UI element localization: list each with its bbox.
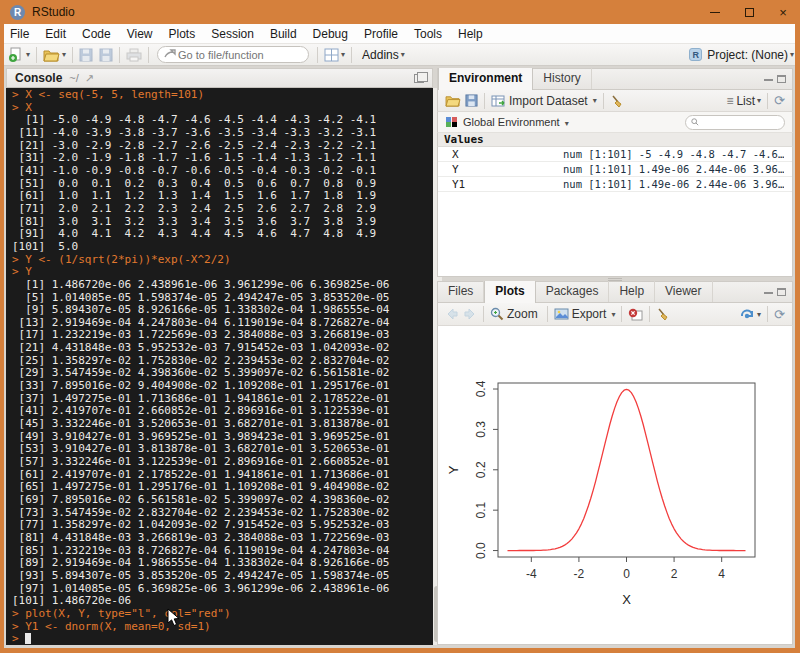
tab-plots[interactable]: Plots: [484, 281, 535, 303]
print-icon: [126, 48, 142, 62]
svg-text:-4: -4: [526, 567, 537, 581]
maximize-pane-icon[interactable]: [777, 75, 786, 83]
save-icon: [465, 94, 478, 107]
menu-item-debug[interactable]: Debug: [305, 25, 356, 43]
goto-file-input[interactable]: [176, 48, 294, 62]
new-file-button[interactable]: ▾: [8, 47, 30, 63]
save-all-button[interactable]: [97, 48, 113, 62]
save-workspace-button[interactable]: [465, 94, 478, 107]
zoom-plot-button[interactable]: Zoom: [490, 307, 541, 321]
minimize-pane-icon[interactable]: [764, 291, 773, 294]
addins-label: Addins: [362, 48, 399, 62]
plots-tab-bar: FilesPlotsPackagesHelpViewer: [437, 281, 793, 303]
tab-viewer[interactable]: Viewer: [655, 281, 712, 302]
environment-scope-selector[interactable]: Global Environment ▾: [463, 116, 569, 128]
menu-item-view[interactable]: View: [119, 25, 161, 43]
minimize-pane-icon[interactable]: [764, 78, 773, 81]
remove-plot-icon: [628, 308, 643, 321]
console-output-line: [101] 1.486720e-06: [12, 595, 433, 608]
tab-environment[interactable]: Environment: [438, 68, 533, 90]
import-dataset-button[interactable]: Import Dataset ▾: [491, 94, 597, 108]
open-file-button[interactable]: ▾: [43, 48, 66, 62]
window-title: RStudio: [32, 5, 75, 19]
menu-item-edit[interactable]: Edit: [37, 25, 74, 43]
console-output-line: [91] 4.0 4.1 4.2 4.3 4.4 4.5 4.6 4.7 4.8…: [12, 228, 433, 241]
menu-item-help[interactable]: Help: [450, 25, 491, 43]
console-output[interactable]: > X <- seq(-5, 5, length=101)> X [1] -5.…: [6, 88, 433, 645]
environment-value-row[interactable]: Ynum [1:101] 1.49e-06 2.44e-06 3.96…: [438, 162, 792, 177]
save-all-icon: [97, 48, 113, 62]
environment-value-row[interactable]: Y1num [1:101] 1.49e-06 2.44e-06 3.96…: [438, 177, 792, 192]
zoom-label: Zoom: [507, 307, 538, 321]
variable-name: X: [438, 148, 563, 161]
goto-arrow-icon: [164, 49, 176, 61]
console-output-line: [45] 3.332246e-01 3.520653e-01 3.682701e…: [12, 418, 433, 431]
console-input-line: > plot(X, Y, type="l", col="red"): [12, 608, 433, 621]
remove-plot-button[interactable]: [628, 308, 643, 321]
tab-help[interactable]: Help: [609, 281, 655, 302]
previous-plot-button[interactable]: [445, 308, 459, 320]
tab-files[interactable]: Files: [438, 281, 484, 302]
maximize-pane-icon[interactable]: [777, 288, 786, 296]
svg-text:4: 4: [718, 567, 725, 581]
refresh-plot-button[interactable]: ⟳: [774, 307, 785, 322]
console-header: Console ~/ ↗: [6, 68, 433, 88]
tab-packages[interactable]: Packages: [536, 281, 610, 302]
svg-text:0.0: 0.0: [474, 542, 488, 559]
menu-item-session[interactable]: Session: [203, 25, 262, 43]
console-output-line: [101] 5.0: [12, 241, 433, 254]
clear-workspace-button[interactable]: [610, 94, 624, 108]
project-menu-button[interactable]: R Project: (None) ▾: [689, 48, 794, 62]
menu-item-profile[interactable]: Profile: [356, 25, 406, 43]
publish-plot-button[interactable]: ▾: [739, 308, 761, 321]
tab-history[interactable]: History: [533, 68, 591, 89]
minimize-button[interactable]: [698, 0, 732, 24]
save-button[interactable]: [79, 48, 93, 62]
environment-search-input[interactable]: [699, 116, 779, 129]
menu-item-plots[interactable]: Plots: [161, 25, 204, 43]
svg-text:0.1: 0.1: [474, 502, 488, 519]
chevron-down-icon: ▾: [757, 310, 761, 319]
menu-bar: FileEditCodeViewPlotsSessionBuildDebugPr…: [0, 24, 800, 44]
chevron-down-icon: ▾: [26, 50, 30, 59]
addins-button[interactable]: Addins ▾: [362, 48, 405, 62]
menu-item-tools[interactable]: Tools: [406, 25, 450, 43]
environment-search[interactable]: [685, 115, 785, 130]
forward-arrow-icon: [463, 308, 477, 320]
main-toolbar: ▾ ▾: [0, 44, 800, 66]
environment-value-row[interactable]: Xnum [1:101] -5 -4.9 -4.8 -4.7 -4.6…: [438, 147, 792, 162]
plot-canvas: -4-20240.00.10.20.30.4XY: [438, 326, 794, 644]
svg-text:-2: -2: [574, 567, 585, 581]
console-output-line: [57] 3.332246e-01 3.122539e-01 2.896916e…: [12, 456, 433, 469]
svg-text:0: 0: [623, 567, 630, 581]
workspace-panes-button[interactable]: ▾: [324, 48, 345, 62]
menu-item-file[interactable]: File: [2, 25, 37, 43]
print-button[interactable]: [126, 48, 142, 62]
refresh-environment-button[interactable]: ⟳: [774, 93, 785, 108]
zoom-magnifier-icon: [490, 307, 504, 321]
chevron-down-icon: ▾: [62, 50, 66, 59]
export-plot-button[interactable]: Export ▾: [554, 307, 616, 321]
menu-item-build[interactable]: Build: [262, 25, 305, 43]
console-output-line: [69] 7.895016e-02 6.561581e-02 5.399097e…: [12, 494, 433, 507]
maximize-button[interactable]: [732, 0, 766, 24]
rstudio-logo-icon: R: [10, 5, 25, 20]
console-output-line: [9] 5.894307e-05 8.926166e-05 1.338302e-…: [12, 304, 433, 317]
plots-toolbar: Zoom Export ▾ ▾: [437, 303, 793, 326]
title-bar: R RStudio ×: [0, 0, 800, 24]
values-section-header[interactable]: Values: [437, 133, 793, 147]
list-view-button[interactable]: ≡ List ▾: [726, 94, 761, 108]
console-working-directory[interactable]: ~/: [69, 72, 78, 84]
clear-plots-button[interactable]: [656, 307, 670, 321]
load-workspace-button[interactable]: [445, 94, 461, 107]
console-output-line: [41] -1.0 -0.9 -0.8 -0.7 -0.6 -0.5 -0.4 …: [12, 165, 433, 178]
values-label: Values: [444, 133, 484, 146]
close-button[interactable]: ×: [766, 0, 800, 24]
close-icon: ×: [779, 5, 787, 20]
next-plot-button[interactable]: [463, 308, 477, 320]
console-input-line: > Y1 <- dnorm(X, mean=0, sd=1): [12, 621, 433, 634]
goto-file-search[interactable]: [157, 46, 309, 63]
console-input-line: > X <- seq(-5, 5, length=101): [12, 89, 433, 102]
menu-item-code[interactable]: Code: [74, 25, 119, 43]
popout-console-icon[interactable]: [414, 74, 424, 83]
